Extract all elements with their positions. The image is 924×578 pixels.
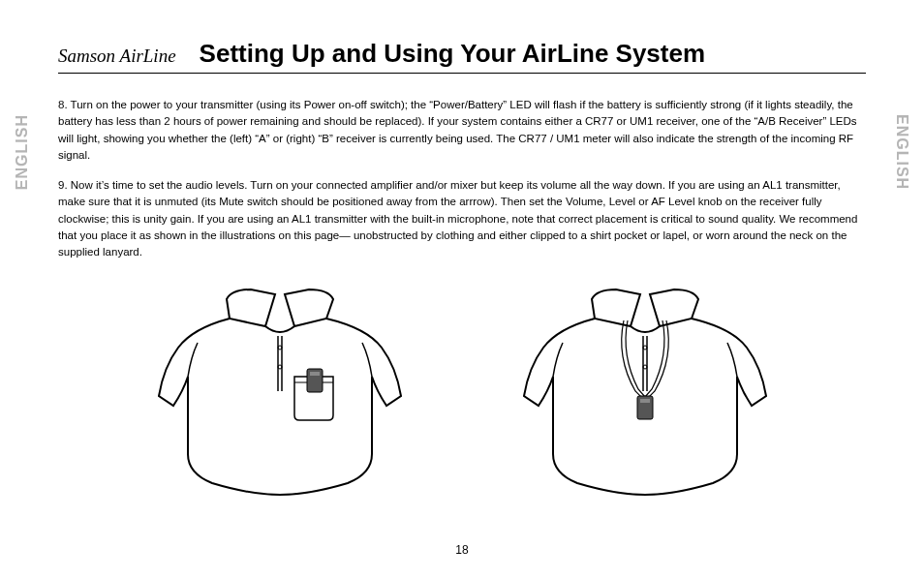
language-label-left: ENGLISH (14, 114, 31, 190)
svg-rect-3 (310, 372, 320, 376)
language-label-right: ENGLISH (893, 114, 910, 190)
page-number: 18 (455, 543, 468, 557)
lanyard-illustration (500, 280, 790, 502)
instruction-step-8: 8. Turn on the power to your transmitter… (58, 97, 866, 164)
page-header: Samson AirLine Setting Up and Using Your… (58, 39, 866, 74)
instruction-step-9: 9. Now it’s time to set the audio levels… (58, 177, 866, 260)
brand-name: Samson AirLine (58, 46, 176, 67)
figures-row (58, 280, 866, 502)
page-title: Setting Up and Using Your AirLine System (200, 39, 705, 69)
page-container: ENGLISH ENGLISH Samson AirLine Setting U… (0, 0, 924, 578)
shirt-clip-illustration (135, 280, 425, 502)
svg-rect-7 (640, 399, 650, 403)
